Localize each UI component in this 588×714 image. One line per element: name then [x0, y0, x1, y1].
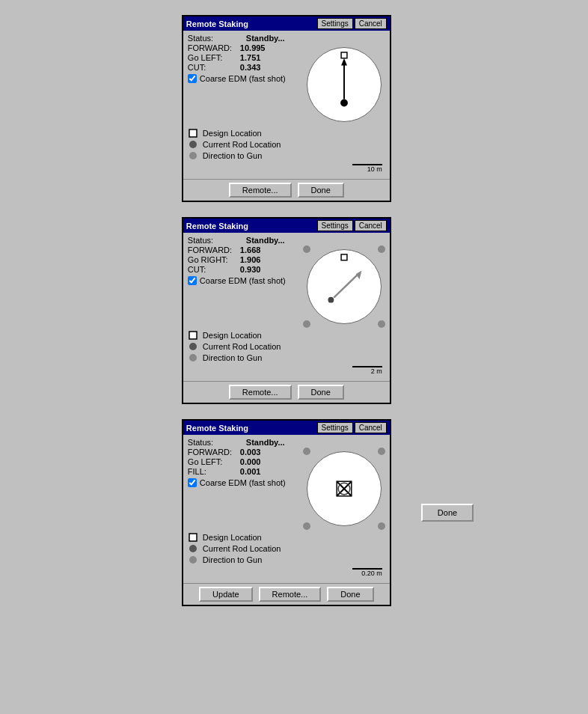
svg-point-19 [189, 545, 197, 552]
svg-rect-11 [189, 332, 197, 339]
panel-3-footer: Update Remote... Done [183, 583, 390, 605]
panel-1-content: FORWARD: 10.995 Go LEFT: 1.751 CUT: 0.34… [188, 43, 385, 126]
panel-1-footer: Remote... Done [183, 179, 390, 201]
panel-1-scale-bar: 10 m [352, 164, 382, 173]
panel-3: Remote Staking Settings Cancel Status: S… [182, 419, 391, 606]
panel-1-legend-1: Current Rod Location [188, 139, 385, 150]
panel-2-coarse-edm-checkbox[interactable] [188, 276, 197, 285]
svg-rect-7 [341, 254, 347, 260]
panel-1-scale-row: 10 m [188, 164, 385, 173]
panel-1-left-info: FORWARD: 10.995 Go LEFT: 1.751 CUT: 0.34… [188, 43, 298, 126]
svg-point-13 [189, 354, 197, 361]
svg-point-5 [189, 141, 197, 148]
panel-2-footer: Remote... Done [183, 381, 390, 403]
panel-3-header-buttons: Settings Cancel [317, 422, 387, 433]
panel-3-circle-container [303, 448, 385, 530]
panel-3-rod-icon [188, 543, 198, 554]
panel-2: Remote Staking Settings Cancel Status: S… [182, 217, 391, 404]
panel-1-scale-text: 10 m [367, 165, 382, 173]
panel-3-dot-br [378, 522, 385, 530]
panel-1-label-1: Go LEFT: [188, 53, 240, 62]
panel-2-remote-button[interactable]: Remote... [229, 385, 292, 400]
panel-1-checkbox-row: Coarse EDM (fast shot) [188, 74, 298, 83]
panel-1-settings-button[interactable]: Settings [317, 18, 353, 29]
panel-3-label-0: FORWARD: [188, 448, 240, 457]
panel-2-label-1: Go RIGHT: [188, 255, 240, 264]
panel-3-dot-tr [378, 448, 385, 455]
panel-1-coarse-edm-checkbox[interactable] [188, 74, 197, 83]
panel-2-legend-label-1: Current Rod Location [203, 342, 281, 351]
panel-3-dot-tl [303, 448, 310, 455]
panel-3-label-2: FILL: [188, 467, 240, 476]
panel-2-legend-2: Direction to Gun [188, 353, 385, 363]
panel-1-legend-label-1: Current Rod Location [203, 140, 281, 149]
panel-1-legend-label-2: Direction to Gun [203, 151, 262, 160]
panel-3-remote-button[interactable]: Remote... [259, 587, 322, 602]
panel-3-content: FORWARD: 0.003 Go LEFT: 0.000 FILL: 0.00… [188, 448, 385, 530]
panel-3-cancel-button[interactable]: Cancel [355, 422, 387, 433]
panel-2-dot-br [378, 320, 385, 328]
panel-2-checkbox-label: Coarse EDM (fast shot) [200, 276, 286, 285]
panel-2-scale-bar: 2 m [352, 366, 382, 375]
panel-2-rod-icon [188, 341, 198, 352]
panel-3-coarse-edm-checkbox[interactable] [188, 478, 197, 487]
standalone-done-button[interactable]: Done [421, 504, 474, 522]
panel-1-header: Remote Staking Settings Cancel [183, 16, 390, 31]
panel-3-label-1: Go LEFT: [188, 457, 240, 466]
panel-3-circle [307, 451, 382, 526]
panel-1-body: Status: Standby... FORWARD: 10.995 Go LE… [183, 31, 390, 176]
panel-1-label-2: CUT: [188, 63, 240, 72]
panel-3-row: Remote Staking Settings Cancel Status: S… [182, 419, 474, 606]
panel-2-dot-tr [378, 245, 385, 253]
panel-3-done-button[interactable]: Done [327, 587, 373, 602]
svg-rect-0 [341, 52, 347, 58]
panel-2-settings-button[interactable]: Settings [317, 220, 353, 231]
panel-2-legend-label-2: Direction to Gun [203, 353, 262, 362]
svg-line-16 [337, 481, 352, 496]
panel-1-row-0: FORWARD: 10.995 [188, 43, 298, 52]
panel-2-design-icon [188, 330, 198, 341]
svg-rect-18 [189, 534, 197, 541]
panel-3-legend-label-0: Design Location [203, 533, 262, 542]
panel-3-value-1: 0.000 [240, 457, 261, 466]
panel-2-done-button[interactable]: Done [298, 385, 344, 400]
panel-3-body: Status: Standby... FORWARD: 0.003 Go LEF… [183, 435, 390, 580]
panel-3-update-button[interactable]: Update [199, 587, 252, 602]
panel-1-label-0: FORWARD: [188, 43, 240, 52]
panel-2-cancel-button[interactable]: Cancel [355, 220, 387, 231]
panel-1-legend-0: Design Location [188, 128, 385, 138]
panel-3-settings-button[interactable]: Settings [317, 422, 353, 433]
panel-1-legend-2: Direction to Gun [188, 150, 385, 161]
panel-1-checkbox-label: Coarse EDM (fast shot) [200, 74, 286, 83]
panel-2-legend-0: Design Location [188, 330, 385, 341]
panel-3-header: Remote Staking Settings Cancel [183, 421, 390, 435]
panel-3-value-0: 0.003 [240, 448, 261, 457]
panel-2-status-row: Status: Standby... [188, 236, 385, 245]
panel-2-label-0: FORWARD: [188, 245, 240, 254]
panel-1-design-icon [188, 128, 198, 138]
panel-3-checkbox-row: Coarse EDM (fast shot) [188, 478, 298, 487]
svg-point-1 [340, 100, 348, 107]
panel-2-legend-1: Current Rod Location [188, 341, 385, 352]
panel-1-status-value: Standby... [246, 34, 285, 43]
panel-2-row-1: Go RIGHT: 1.906 [188, 255, 298, 264]
svg-point-8 [328, 297, 334, 303]
panel-1-remote-button[interactable]: Remote... [229, 183, 292, 198]
panel-1-row-1: Go LEFT: 1.751 [188, 53, 298, 62]
panel-1-done-button[interactable]: Done [298, 183, 344, 198]
panel-1-cancel-button[interactable]: Cancel [355, 18, 387, 29]
panel-3-status-row: Status: Standby... [188, 438, 385, 447]
panel-3-status-value: Standby... [246, 438, 285, 447]
panel-2-dot-bl [303, 320, 310, 328]
panel-1-status-row: Status: Standby... [188, 34, 385, 43]
panel-1-row-2: CUT: 0.343 [188, 63, 298, 72]
panel-2-scale-text: 2 m [371, 367, 382, 375]
panel-2-value-1: 1.906 [240, 255, 261, 264]
svg-line-9 [334, 273, 358, 297]
svg-marker-3 [341, 58, 347, 66]
panel-1: Remote Staking Settings Cancel Status: S… [182, 15, 391, 202]
panel-2-legend-label-0: Design Location [203, 331, 262, 340]
panel-2-row-0: FORWARD: 1.668 [188, 245, 298, 254]
panel-3-scale-bar: 0.20 m [352, 568, 382, 577]
panel-3-dot-bl [303, 522, 310, 530]
